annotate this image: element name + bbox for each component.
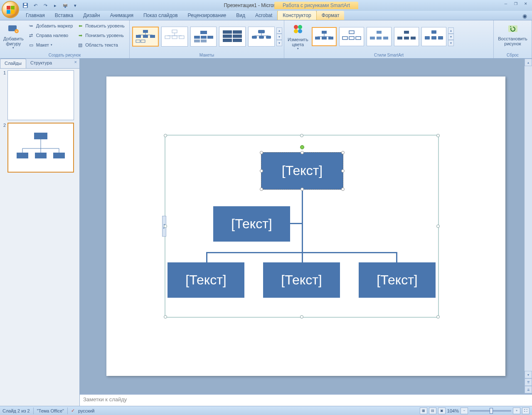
styles-scroll-down[interactable]: ▾	[448, 34, 454, 40]
svg-rect-56	[370, 37, 375, 40]
svg-rect-27	[194, 40, 200, 42]
normal-view-button[interactable]: ▦	[420, 408, 427, 414]
styles-scroll-up[interactable]: ▴	[448, 27, 454, 34]
layout-option-4[interactable]	[219, 27, 246, 47]
svg-rect-39	[259, 36, 264, 39]
svg-rect-14	[150, 35, 155, 38]
tab-animation[interactable]: Анимация	[105, 11, 138, 20]
tab-design[interactable]: Дизайн	[78, 11, 105, 20]
smartart-node-1[interactable]: [Текст]	[261, 152, 343, 190]
vertical-scrollbar[interactable]: ▴ ▾ ⇈ ⇊	[525, 59, 532, 393]
slides-panel: Слайды Структура × 1 2	[0, 59, 80, 406]
svg-rect-20	[165, 36, 170, 39]
layouts-more[interactable]: ▾	[276, 40, 282, 46]
redo-icon[interactable]: ↷	[42, 2, 49, 9]
rotate-handle-icon[interactable]	[300, 145, 304, 149]
undo-icon[interactable]: ↶	[32, 2, 39, 9]
slideshow-icon[interactable]: ▸	[52, 2, 59, 9]
svg-point-43	[294, 29, 298, 33]
sorter-view-button[interactable]: ▤	[429, 408, 436, 414]
demote-button[interactable]: ➡Понизить уровень	[75, 31, 126, 40]
svg-rect-68	[34, 133, 47, 139]
svg-rect-62	[411, 37, 416, 40]
smartart-node-4[interactable]: [Текст]	[263, 262, 340, 298]
style-option-5[interactable]	[421, 27, 446, 46]
tab-format[interactable]: Формат	[317, 11, 345, 20]
add-bullet-button[interactable]: ≔Добавить маркер	[26, 21, 75, 30]
reset-graphic-button[interactable]: Восстановить рисунок	[496, 21, 529, 47]
notes-pane[interactable]: Заметки к слайду	[80, 393, 532, 406]
qat-dropdown-icon[interactable]: ▾	[71, 2, 79, 9]
layout-option-2[interactable]	[161, 27, 188, 47]
smartart-node-2[interactable]: [Текст]	[213, 206, 290, 242]
tab-constructor[interactable]: Конструктор	[277, 10, 316, 20]
tab-home[interactable]: Главная	[21, 11, 50, 20]
slide-canvas[interactable]: ◂▸	[106, 77, 505, 376]
prev-slide-icon[interactable]: ⇈	[525, 378, 532, 386]
svg-rect-63	[431, 30, 436, 34]
tab-slideshow[interactable]: Показ слайдов	[138, 11, 183, 20]
layout-option-5[interactable]	[248, 27, 275, 47]
style-option-2[interactable]	[339, 27, 364, 46]
smartart-frame[interactable]: ◂▸	[165, 135, 439, 318]
restore-button[interactable]: ❐	[511, 1, 520, 7]
zoom-out-button[interactable]: −	[461, 408, 468, 414]
slideshow-view-button[interactable]: ▣	[438, 408, 446, 414]
change-colors-icon	[291, 23, 305, 36]
promote-icon: ⬅	[77, 22, 84, 29]
layout-option-1[interactable]	[132, 27, 159, 47]
style-option-3[interactable]	[367, 27, 392, 46]
office-button[interactable]	[2, 1, 19, 18]
save-icon[interactable]	[22, 2, 29, 9]
svg-rect-34	[233, 39, 242, 42]
promote-button[interactable]: ⬅Повысить уровень	[75, 21, 126, 30]
tab-view[interactable]: Вид	[231, 11, 250, 20]
style-option-1[interactable]	[312, 27, 337, 46]
styles-more[interactable]: ▾	[448, 40, 454, 46]
zoom-slider-thumb[interactable]	[490, 408, 493, 414]
style-option-4[interactable]	[394, 27, 419, 46]
minimize-button[interactable]: ─	[501, 1, 510, 7]
change-colors-button[interactable]: Изменить цвета ▾	[286, 22, 310, 51]
zoom-slider[interactable]	[470, 410, 511, 412]
panel-tab-outline[interactable]: Структура	[26, 59, 56, 68]
rtl-button[interactable]: ⇄Справа налево	[26, 31, 75, 40]
text-pane-button[interactable]: ▧Область текста	[75, 40, 126, 49]
layout-option-3[interactable]	[190, 27, 217, 47]
svg-rect-48	[315, 37, 320, 40]
language-label[interactable]: русский	[78, 408, 94, 413]
tab-review[interactable]: Рецензирование	[183, 11, 232, 20]
layouts-scroll-up[interactable]: ▴	[276, 27, 282, 34]
svg-rect-1	[24, 6, 27, 7]
print-preview-icon[interactable]	[62, 2, 69, 9]
layout-dropdown[interactable]: ▭Макет▾	[26, 40, 75, 49]
close-button[interactable]: ✕	[521, 1, 530, 7]
slide-thumbnail-2[interactable]	[7, 123, 74, 173]
smartart-node-5[interactable]: [Текст]	[359, 262, 436, 298]
workspace: Слайды Структура × 1 2	[0, 59, 532, 406]
tab-insert[interactable]: Вставка	[50, 11, 79, 20]
next-slide-icon[interactable]: ⇊	[525, 386, 532, 393]
zoom-percent[interactable]: 104%	[447, 408, 459, 413]
layouts-scroll-down[interactable]: ▾	[276, 34, 282, 40]
zoom-in-button[interactable]: +	[513, 408, 520, 414]
scroll-down-icon[interactable]: ▾	[525, 371, 532, 378]
svg-rect-31	[223, 35, 232, 38]
tab-acrobat[interactable]: Acrobat	[250, 11, 277, 20]
spellcheck-icon[interactable]: ✓	[71, 408, 75, 413]
theme-label: "Тема Office"	[37, 408, 64, 413]
svg-rect-66	[438, 36, 443, 40]
panel-close-icon[interactable]: ×	[72, 59, 79, 68]
context-tools-title: Работа с рисунками SmartArt	[274, 2, 358, 9]
slide-thumbnail-1[interactable]	[7, 70, 74, 120]
scroll-up-icon[interactable]: ▴	[525, 59, 532, 66]
smartart-node-3[interactable]: [Текст]	[167, 262, 244, 298]
panel-tab-slides[interactable]: Слайды	[0, 59, 26, 68]
quick-access-toolbar: ↶ ↷ ▸ ▾	[22, 2, 79, 9]
svg-rect-9	[143, 30, 148, 33]
help-icon[interactable]: ◉	[521, 12, 529, 20]
svg-rect-32	[233, 35, 242, 38]
fit-window-button[interactable]: ⛶	[522, 408, 530, 414]
add-shape-button[interactable]: + Добавить фигуру ▾	[2, 21, 25, 50]
statusbar: Слайд 2 из 2 "Тема Office" ✓ русский ▦ ▤…	[0, 406, 532, 415]
